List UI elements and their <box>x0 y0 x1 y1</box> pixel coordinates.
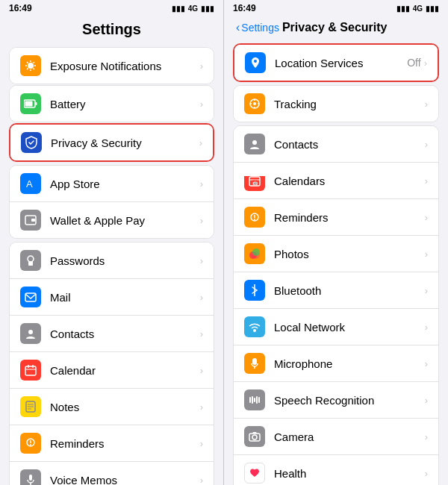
speech-icon <box>244 389 265 410</box>
reminders-r-icon <box>244 207 265 228</box>
list-item-wallet[interactable]: Wallet & Apple Pay › <box>10 202 214 238</box>
svg-rect-59 <box>252 396 253 404</box>
list-item-reminders-r[interactable]: Reminders › <box>234 199 438 236</box>
list-item-calendar[interactable]: Calendar › <box>10 352 214 389</box>
wallet-label: Wallet & Apple Pay <box>50 214 200 227</box>
calendars-label: Calendars <box>274 175 425 187</box>
list-item-speech[interactable]: Speech Recognition › <box>234 382 438 419</box>
svg-point-64 <box>252 435 257 439</box>
svg-rect-30 <box>29 475 32 481</box>
svg-point-36 <box>254 60 257 63</box>
calendar-chevron: › <box>200 365 203 376</box>
battery-icon-item <box>20 93 41 114</box>
calendars-chevron: › <box>425 175 428 187</box>
passwords-icon <box>20 250 41 271</box>
calendar-label: Calendar <box>50 364 200 377</box>
svg-rect-61 <box>256 396 258 404</box>
left-scroll[interactable]: Exposure Notifications › Battery › <box>0 44 223 485</box>
location-icon <box>245 52 266 73</box>
back-button[interactable]: ‹ Settings <box>236 21 279 34</box>
left-status-icons: ▮▮▮ 4G ▮▮▮ <box>172 4 214 13</box>
photos-icon <box>244 243 265 264</box>
bluetooth-r-chevron: › <box>425 285 428 296</box>
svg-point-15 <box>28 256 34 262</box>
appstore-label: App Store <box>50 178 200 190</box>
svg-point-0 <box>28 63 34 69</box>
reminders-label: Reminders <box>50 437 200 450</box>
list-item-exposure[interactable]: Exposure Notifications › <box>10 48 214 84</box>
bluetooth-r-icon <box>244 280 265 301</box>
list-item-reminders[interactable]: Reminders › <box>10 425 214 462</box>
right-status-icons: ▮▮▮ 4G ▮▮▮ <box>396 4 439 13</box>
svg-line-8 <box>27 69 28 70</box>
list-item-contacts-r[interactable]: Contacts › <box>234 126 438 163</box>
voicememos-label: Voice Memos <box>50 474 200 486</box>
list-item-localnetwork[interactable]: Local Network › <box>234 309 438 345</box>
localnetwork-chevron: › <box>425 322 428 333</box>
svg-rect-19 <box>25 366 36 375</box>
voicememos-icon <box>20 469 41 485</box>
tracking-icon <box>244 93 265 114</box>
contacts-r-label: Contacts <box>274 138 425 151</box>
health-label: Health <box>274 467 425 480</box>
localnetwork-icon <box>244 316 265 337</box>
list-item-bluetooth-r[interactable]: Bluetooth › <box>234 272 438 309</box>
svg-point-18 <box>28 330 33 334</box>
svg-point-43 <box>252 140 257 145</box>
reminders-r-chevron: › <box>425 212 428 223</box>
camera-icon <box>244 426 265 447</box>
list-item-calendars[interactable]: 📅 Calendars › <box>234 163 438 199</box>
svg-rect-56 <box>252 358 257 365</box>
list-item-microphone[interactable]: Microphone › <box>234 345 438 382</box>
signal-icon: ▮▮▮ <box>172 4 185 13</box>
list-item-photos[interactable]: Photos › <box>234 236 438 272</box>
list-item-appstore[interactable]: A App Store › <box>10 166 214 202</box>
svg-rect-14 <box>31 219 35 222</box>
contacts-chevron: › <box>200 328 203 340</box>
notes-chevron: › <box>200 401 203 413</box>
svg-point-29 <box>30 444 31 445</box>
svg-rect-58 <box>249 397 251 403</box>
back-label: Settings <box>241 22 279 34</box>
svg-rect-62 <box>258 397 260 403</box>
list-item-battery[interactable]: Battery › <box>10 86 214 122</box>
svg-rect-60 <box>254 398 255 402</box>
list-item-location[interactable]: Location Services Off › <box>234 45 438 81</box>
list-item-passwords[interactable]: Passwords › <box>10 242 214 279</box>
right-scroll[interactable]: Location Services Off › Tracking › <box>224 40 448 485</box>
tracking-label: Tracking <box>274 98 425 110</box>
reminders-icon <box>20 433 41 454</box>
svg-point-53 <box>252 248 260 256</box>
calendars-icon: 📅 <box>244 170 265 191</box>
location-value: Off <box>407 57 420 69</box>
right-network-icon: 4G <box>413 4 423 13</box>
location-label: Location Services <box>275 57 407 69</box>
calendar-icon <box>20 360 41 381</box>
contacts-label: Contacts <box>50 328 200 340</box>
notes-icon <box>20 396 41 417</box>
list-item-mail[interactable]: Mail › <box>10 279 214 316</box>
list-item-camera[interactable]: Camera › <box>234 419 438 455</box>
battery-icon: ▮▮▮ <box>201 4 214 13</box>
list-item-notes[interactable]: Notes › <box>10 389 214 425</box>
location-chevron: › <box>424 57 427 69</box>
svg-text:📅: 📅 <box>252 180 258 186</box>
speech-chevron: › <box>425 395 428 406</box>
list-item-tracking[interactable]: Tracking › <box>234 86 438 122</box>
list-item-contacts[interactable]: Contacts › <box>10 316 214 352</box>
left-time: 16:49 <box>9 3 32 13</box>
svg-line-5 <box>27 62 28 63</box>
microphone-icon <box>244 353 265 374</box>
svg-line-6 <box>34 69 35 70</box>
list-item-health[interactable]: Health › <box>234 455 438 485</box>
list-item-voicememos[interactable]: Voice Memos › <box>10 462 214 485</box>
list-item-privacy[interactable]: Privacy & Security › <box>10 125 213 160</box>
mail-icon <box>20 287 41 307</box>
appstore-chevron: › <box>200 178 203 190</box>
voicememos-chevron: › <box>200 475 203 486</box>
microphone-label: Microphone <box>274 357 425 370</box>
left-status-bar: 16:49 ▮▮▮ 4G ▮▮▮ <box>0 0 223 16</box>
left-header: Settings <box>0 16 223 44</box>
right-page-title: Privacy & Security <box>282 21 388 34</box>
svg-point-38 <box>253 102 256 105</box>
